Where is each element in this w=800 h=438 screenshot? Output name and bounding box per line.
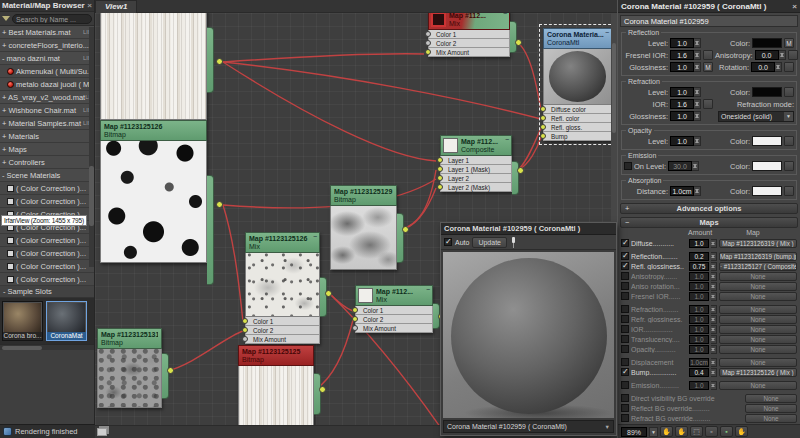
node-slot[interactable]: Bump: [543, 132, 611, 141]
map-shortcut-button[interactable]: [784, 87, 794, 97]
map-checkbox[interactable]: [621, 305, 629, 313]
zoom-extents-icon[interactable]: ▫: [705, 426, 718, 437]
collapse-icon[interactable]: −: [505, 136, 509, 144]
collapse-icon[interactable]: −: [503, 13, 507, 18]
map-amount[interactable]: 0.4: [689, 368, 709, 377]
map-button[interactable]: Map #1123125126 ( Mix ): [719, 368, 797, 377]
browser-item-color-correction[interactable]: ( Color Correction )...: [0, 247, 94, 260]
browser-item-color-correction[interactable]: ( Color Correction )...: [0, 260, 94, 273]
spinner-arrows-icon[interactable]: [692, 161, 699, 171]
node-slot[interactable]: Mix Amount: [355, 324, 433, 333]
map-amount[interactable]: 1.0: [689, 381, 709, 390]
map-checkbox[interactable]: [621, 345, 629, 353]
browser-vertical-scrollbar[interactable]: [89, 27, 94, 267]
reflection-color-swatch[interactable]: [752, 38, 782, 48]
scrollbar-thumb[interactable]: [2, 346, 42, 350]
spinner-arrows-icon[interactable]: [711, 262, 717, 271]
anisotropy-spinner[interactable]: 0.0: [755, 50, 786, 60]
glossiness-spinner[interactable]: 1.0: [670, 62, 701, 72]
node-title[interactable]: Map #112... Mix −: [428, 13, 510, 30]
scrollbar-thumb[interactable]: [89, 166, 94, 226]
spinner-arrows-icon[interactable]: [694, 111, 701, 121]
preview-window-titlebar[interactable]: Corona Material #102959 ( CoronaMtl ): [441, 223, 616, 235]
input-socket[interactable]: [242, 336, 248, 342]
auto-checkbox[interactable]: [444, 238, 452, 246]
map-amount[interactable]: 1.0: [689, 315, 709, 324]
fresnel-spinner[interactable]: 1.6: [670, 50, 701, 60]
node-mix-right[interactable]: Map #112... Mix − Color 1 Color 2 Mix Am…: [355, 285, 433, 333]
node-slot[interactable]: Refl. color: [543, 114, 611, 123]
map-shortcut-button[interactable]: [784, 186, 794, 196]
spinner-value[interactable]: 1.0: [670, 87, 694, 97]
spinner-arrows-icon[interactable]: [711, 305, 717, 314]
map-button[interactable]: None: [719, 282, 797, 291]
level-spinner[interactable]: 1.0: [670, 136, 701, 146]
node-preview[interactable]: [100, 141, 207, 263]
output-tab[interactable]: [314, 373, 321, 415]
zoom-tool-icon[interactable]: ✋: [735, 426, 748, 437]
node-preview[interactable]: [97, 349, 162, 408]
spinner-arrows-icon[interactable]: [711, 345, 717, 354]
spinner-arrows-icon[interactable]: [779, 50, 786, 60]
spinner-arrows-icon[interactable]: [694, 50, 701, 60]
sample-slots-header[interactable]: - Sample Slots: [0, 286, 94, 298]
map-shortcut-button[interactable]: [703, 50, 713, 60]
pan-navigator-icon[interactable]: [97, 428, 107, 436]
browser-item-maps[interactable]: + Maps: [0, 143, 94, 156]
browser-item-color-correction[interactable]: ( Color Correction )...: [0, 195, 94, 208]
map-amount[interactable]: 1.0: [689, 335, 709, 344]
spinner-value[interactable]: 30.0: [668, 161, 692, 171]
input-socket[interactable]: [242, 318, 248, 324]
node-slot[interactable]: Layer 1 (Mask): [440, 165, 512, 174]
output-socket[interactable]: [167, 367, 174, 374]
map-amount[interactable]: 1.0: [689, 305, 709, 314]
node-corona-material[interactable]: Corona Materia... CoronaMtl − Diffuse co…: [543, 28, 611, 141]
pan-all-views-icon[interactable]: ✋: [675, 426, 688, 437]
node-slot[interactable]: Color 2: [245, 326, 320, 335]
map-shortcut-button[interactable]: [788, 50, 798, 60]
map-checkbox[interactable]: [621, 239, 629, 247]
spinner-arrows-icon[interactable]: [694, 136, 701, 146]
spinner-arrows-icon[interactable]: [711, 315, 717, 324]
map-shortcut-button[interactable]: M: [784, 38, 794, 48]
map-amount[interactable]: 1.0: [689, 282, 709, 291]
map-button[interactable]: Map #1123126319 (bump.jpg): [719, 252, 797, 261]
node-title[interactable]: Map #112... Composite −: [440, 135, 512, 156]
node-bitmap-wood-partial[interactable]: [100, 13, 207, 120]
map-button[interactable]: None: [719, 325, 797, 334]
output-socket[interactable]: [402, 226, 409, 233]
spinner-value[interactable]: 1.0: [670, 62, 694, 72]
node-bitmap-1123125126[interactable]: Map #1123125126 Bitmap: [100, 120, 207, 263]
browser-item-color-correction[interactable]: ( Color Correction )...: [0, 234, 94, 247]
spinner-arrows-icon[interactable]: [694, 62, 701, 72]
node-title[interactable]: Map #1123125126 Bitmap: [100, 120, 207, 141]
input-socket[interactable]: [540, 133, 546, 139]
node-slot[interactable]: Color 1: [245, 317, 320, 326]
input-socket[interactable]: [352, 307, 358, 313]
close-icon[interactable]: ×: [87, 1, 92, 10]
emission-color-swatch[interactable]: [752, 161, 782, 171]
map-amount[interactable]: 1.0cm: [689, 358, 709, 367]
node-preview[interactable]: [238, 366, 314, 425]
node-slot[interactable]: Diffuse color: [543, 105, 611, 114]
output-socket[interactable]: [515, 39, 522, 46]
spinner-value[interactable]: 1.0: [670, 136, 694, 146]
collapse-icon[interactable]: −: [426, 286, 430, 294]
map-amount[interactable]: 1.0: [689, 292, 709, 301]
collapse-icon[interactable]: −: [313, 233, 317, 241]
preview-material-dropdown[interactable]: Corona Material #102959 ( CoronaMtl) ▼: [443, 420, 614, 433]
output-tab[interactable]: [397, 213, 404, 263]
output-socket[interactable]: [216, 58, 223, 65]
scrollbar-thumb[interactable]: [612, 43, 616, 133]
spinner-arrows-icon[interactable]: [694, 87, 701, 97]
node-slot[interactable]: Color 2: [428, 39, 510, 48]
zoom-extents-selected-icon[interactable]: ▪: [720, 426, 733, 437]
output-tab[interactable]: [510, 21, 517, 53]
spinner-value[interactable]: 0.0: [755, 50, 779, 60]
sample-slot-corona-brown[interactable]: Corona bro...: [2, 301, 43, 341]
node-slot[interactable]: Layer 2 (Mask): [440, 183, 512, 192]
input-socket[interactable]: [425, 31, 431, 37]
browser-item-scene-materials[interactable]: - Scene Materials: [0, 169, 94, 182]
node-slot[interactable]: Mix Amount: [428, 48, 510, 57]
node-slot[interactable]: Mix Amount: [245, 335, 320, 344]
